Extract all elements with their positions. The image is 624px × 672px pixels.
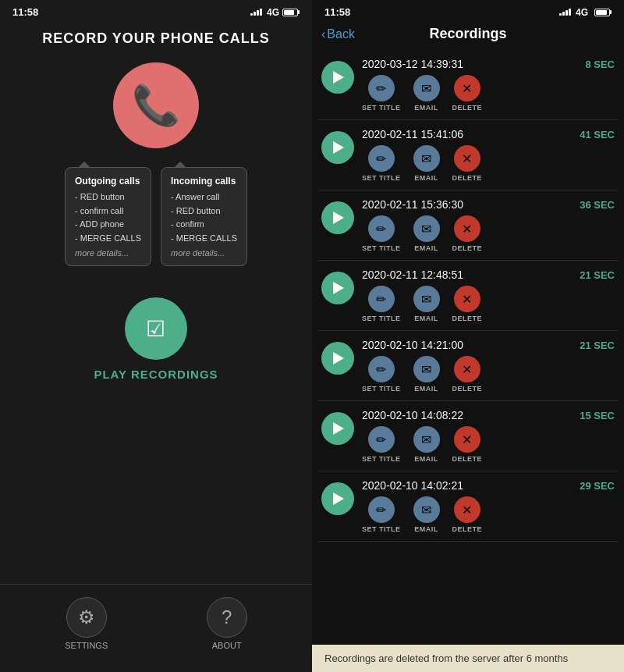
incoming-title: Incoming calls — [171, 176, 237, 187]
delete-label: DELETE — [452, 385, 483, 393]
recording-item: 2020-02-10 14:02:21 29 SEC ✏ SET TITLE ✉… — [318, 471, 618, 542]
phone-icon: 📞 — [132, 83, 180, 128]
edit-icon-circle[interactable]: ✏ — [368, 75, 395, 101]
recording-actions: ✏ SET TITLE ✉ EMAIL ✕ DELETE — [362, 75, 615, 112]
play-button-6[interactable] — [321, 482, 354, 515]
settings-nav-item[interactable]: ⚙ SETTINGS — [65, 597, 108, 650]
set-title-label: SET TITLE — [362, 455, 401, 463]
delete-icon-circle[interactable]: ✕ — [454, 145, 480, 172]
about-icon[interactable]: ? — [207, 597, 247, 638]
incoming-calls-box: Incoming calls - Answer call - RED butto… — [161, 167, 247, 266]
outgoing-calls-box: Outgoing calls - RED button - confirm ca… — [65, 167, 151, 266]
email-icon-circle[interactable]: ✉ — [413, 215, 440, 242]
delete-icon-circle[interactable]: ✕ — [454, 496, 480, 523]
play-recordings-label: PLAY RECORDINGS — [94, 368, 218, 381]
delete-icon-circle[interactable]: ✕ — [454, 426, 480, 453]
recording-top-row: 2020-02-11 12:48:51 21 SEC — [362, 268, 615, 281]
play-recordings-section[interactable]: ☑ PLAY RECORDINGS — [94, 297, 218, 381]
delete-label: DELETE — [452, 104, 483, 112]
play-button-4[interactable] — [321, 342, 354, 375]
recording-info-0: 2020-03-12 14:39:31 8 SEC ✏ SET TITLE ✉ … — [362, 58, 615, 112]
play-triangle-icon — [333, 422, 344, 435]
recording-timestamp: 2020-02-10 14:21:00 — [362, 339, 463, 351]
settings-icon[interactable]: ⚙ — [66, 597, 107, 638]
delete-action[interactable]: ✕ DELETE — [452, 145, 483, 182]
play-triangle-icon — [333, 352, 344, 364]
play-button-2[interactable] — [321, 201, 354, 234]
email-action[interactable]: ✉ EMAIL — [413, 215, 440, 252]
incoming-item-3: - confirm — [171, 218, 237, 232]
email-action[interactable]: ✉ EMAIL — [413, 426, 440, 463]
recording-item: 2020-03-12 14:39:31 8 SEC ✏ SET TITLE ✉ … — [318, 50, 618, 120]
edit-icon-circle[interactable]: ✏ — [368, 496, 395, 523]
delete-label: DELETE — [452, 174, 483, 182]
back-button[interactable]: ‹ Back — [321, 27, 355, 41]
outgoing-item-2: - confirm call — [75, 204, 141, 219]
email-icon-circle[interactable]: ✉ — [413, 426, 440, 453]
battery-icon-left — [282, 9, 300, 16]
recording-timestamp: 2020-03-12 14:39:31 — [362, 58, 463, 70]
edit-icon-circle[interactable]: ✏ — [368, 356, 395, 382]
outgoing-item-1: - RED button — [75, 190, 141, 204]
delete-label: DELETE — [452, 455, 483, 463]
email-action[interactable]: ✉ EMAIL — [413, 356, 440, 393]
play-button-0[interactable] — [321, 61, 354, 94]
delete-action[interactable]: ✕ DELETE — [452, 286, 483, 322]
about-nav-item[interactable]: ? ABOUT — [207, 597, 247, 650]
set-title-action[interactable]: ✏ SET TITLE — [362, 145, 401, 182]
edit-icon-circle[interactable]: ✏ — [368, 286, 395, 312]
about-label: ABOUT — [212, 641, 242, 650]
outgoing-title: Outgoing calls — [75, 176, 141, 187]
email-action[interactable]: ✉ EMAIL — [413, 496, 440, 533]
delete-icon-circle[interactable]: ✕ — [454, 286, 480, 312]
email-icon-circle[interactable]: ✉ — [413, 75, 440, 101]
play-button-3[interactable] — [321, 272, 354, 304]
delete-icon-circle[interactable]: ✕ — [454, 356, 480, 382]
email-icon-circle[interactable]: ✉ — [413, 356, 440, 382]
recording-item: 2020-02-10 14:21:00 21 SEC ✏ SET TITLE ✉… — [318, 331, 618, 401]
set-title-action[interactable]: ✏ SET TITLE — [362, 426, 401, 463]
set-title-action[interactable]: ✏ SET TITLE — [362, 75, 401, 112]
delete-icon-circle[interactable]: ✕ — [454, 215, 480, 242]
email-action[interactable]: ✉ EMAIL — [413, 286, 440, 322]
recordings-list: 2020-03-12 14:39:31 8 SEC ✏ SET TITLE ✉ … — [312, 50, 624, 645]
outgoing-more[interactable]: more details... — [75, 248, 141, 258]
edit-icon-circle[interactable]: ✏ — [368, 426, 395, 453]
recording-duration: 8 SEC — [585, 59, 615, 70]
delete-action[interactable]: ✕ DELETE — [452, 496, 483, 533]
set-title-action[interactable]: ✏ SET TITLE — [362, 356, 401, 393]
delete-action[interactable]: ✕ DELETE — [452, 215, 483, 252]
recording-top-row: 2020-02-11 15:41:06 41 SEC — [362, 128, 615, 140]
delete-icon-circle[interactable]: ✕ — [454, 75, 480, 101]
delete-label: DELETE — [452, 525, 483, 533]
incoming-item-4: - MERGE CALLS — [171, 232, 237, 246]
calls-container: Outgoing calls - RED button - confirm ca… — [52, 167, 260, 266]
set-title-action[interactable]: ✏ SET TITLE — [362, 286, 401, 322]
recording-item: 2020-02-10 14:08:22 15 SEC ✏ SET TITLE ✉… — [318, 401, 618, 471]
delete-action[interactable]: ✕ DELETE — [452, 75, 483, 112]
play-triangle-icon — [333, 492, 344, 505]
delete-action[interactable]: ✕ DELETE — [452, 356, 483, 393]
edit-icon-circle[interactable]: ✏ — [368, 215, 395, 242]
email-label: EMAIL — [414, 455, 438, 463]
delete-action[interactable]: ✕ DELETE — [452, 426, 483, 463]
play-button-1[interactable] — [321, 131, 354, 164]
back-label: Back — [327, 27, 355, 41]
edit-icon-circle[interactable]: ✏ — [368, 145, 395, 172]
recording-info-5: 2020-02-10 14:08:22 15 SEC ✏ SET TITLE ✉… — [362, 409, 615, 463]
email-label: EMAIL — [414, 244, 438, 252]
recording-duration: 15 SEC — [580, 410, 615, 421]
email-icon-circle[interactable]: ✉ — [413, 496, 440, 523]
play-button-5[interactable] — [321, 412, 354, 445]
signal-icon-left — [250, 9, 262, 16]
play-recordings-circle[interactable]: ☑ — [125, 297, 187, 360]
set-title-action[interactable]: ✏ SET TITLE — [362, 215, 401, 252]
email-icon-circle[interactable]: ✉ — [413, 145, 440, 172]
incoming-more[interactable]: more details... — [171, 248, 237, 258]
email-icon-circle[interactable]: ✉ — [413, 286, 440, 312]
email-action[interactable]: ✉ EMAIL — [413, 145, 440, 182]
email-action[interactable]: ✉ EMAIL — [413, 75, 440, 112]
recording-info-2: 2020-02-11 15:36:30 36 SEC ✏ SET TITLE ✉… — [362, 198, 615, 252]
recording-info-3: 2020-02-11 12:48:51 21 SEC ✏ SET TITLE ✉… — [362, 268, 615, 322]
set-title-action[interactable]: ✏ SET TITLE — [362, 496, 401, 533]
